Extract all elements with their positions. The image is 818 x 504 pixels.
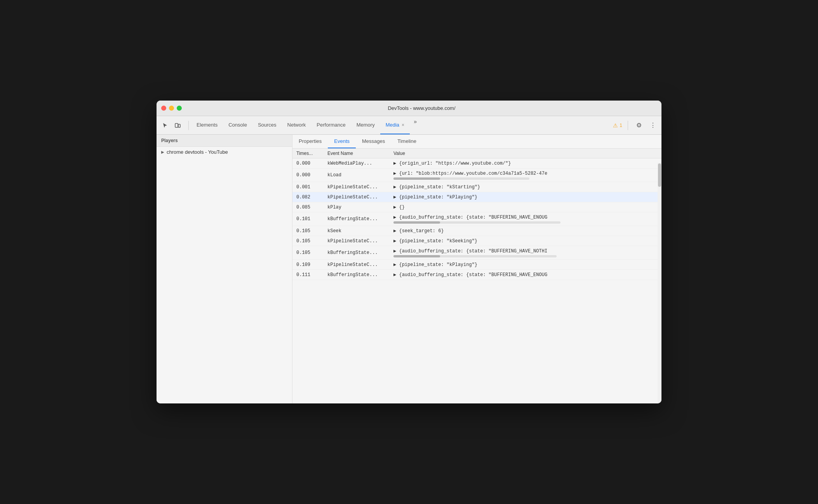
table-row[interactable]: 0.105kPipelineStateC...▶ {pipeline_state… [292, 236, 661, 246]
gear-icon: ⚙ [636, 122, 642, 129]
col-header-timestamp[interactable]: Times... [292, 149, 324, 158]
sub-tab-properties[interactable]: Properties [292, 135, 328, 148]
devtools-window: DevTools - www.youtube.com/ Elements [157, 101, 661, 403]
tab-performance[interactable]: Performance [311, 116, 351, 134]
sub-tab-messages[interactable]: Messages [356, 135, 391, 148]
cell-value: ▶ {pipeline_state: "kStarting"} [390, 182, 661, 192]
cell-value: ▶ {pipeline_state: "kPlaying"} [390, 192, 661, 202]
sub-tab-timeline[interactable]: Timeline [391, 135, 423, 148]
cell-value: ▶ {pipeline_state: "kSeeking"} [390, 236, 661, 246]
expand-arrow-icon: ▶ [161, 150, 164, 154]
cell-event-name: kPipelineStateC... [324, 182, 390, 192]
table-row[interactable]: 0.105kSeek▶ {seek_target: 6} [292, 226, 661, 236]
more-button[interactable]: ⋮ [647, 120, 658, 131]
table-row[interactable]: 0.082kPipelineStateC...▶ {pipeline_state… [292, 192, 661, 202]
cell-timestamp: 0.001 [292, 182, 324, 192]
sidebar-header: Players [157, 135, 292, 147]
cell-event-name: kPipelineStateC... [324, 260, 390, 270]
cell-timestamp: 0.082 [292, 192, 324, 202]
cell-value: ▶ {audio_buffering_state: {state: "BUFFE… [390, 212, 661, 226]
device-toggle-button[interactable] [172, 120, 183, 131]
tab-elements[interactable]: Elements [191, 116, 223, 134]
tab-sources[interactable]: Sources [252, 116, 282, 134]
cell-event-name: kWebMediaPlay... [324, 158, 390, 169]
more-icon: ⋮ [650, 122, 656, 129]
cell-timestamp: 0.109 [292, 260, 324, 270]
main-panel: Properties Events Messages Timeline Ti [292, 135, 661, 403]
vertical-scrollbar[interactable] [658, 163, 661, 403]
warning-icon: ⚠ [613, 122, 618, 129]
cell-value: ▶ {url: "blob:https://www.youtube.com/c3… [390, 169, 661, 182]
cell-timestamp: 0.000 [292, 169, 324, 182]
cell-value: ▶ {pipeline_state: "kPlaying"} [390, 260, 661, 270]
tab-overflow-button[interactable]: » [410, 116, 421, 127]
traffic-lights [161, 106, 182, 111]
toolbar-right: ⚠ 1 ⚙ ⋮ [613, 120, 658, 131]
table-row[interactable]: 0.000kLoad▶ {url: "blob:https://www.yout… [292, 169, 661, 182]
cell-timestamp: 0.085 [292, 202, 324, 212]
cell-event-name: kBufferingState... [324, 212, 390, 226]
table-header-row: Times... Event Name Value [292, 149, 661, 158]
sub-tab-events[interactable]: Events [328, 135, 356, 148]
table-row[interactable]: 0.101kBufferingState...▶ {audio_bufferin… [292, 212, 661, 226]
cell-event-name: kLoad [324, 169, 390, 182]
right-divider [628, 121, 628, 130]
table-row[interactable]: 0.109kPipelineStateC...▶ {pipeline_state… [292, 260, 661, 270]
minimize-button[interactable] [169, 106, 174, 111]
devtools-body: Players ▶ chrome devtools - YouTube Prop… [157, 135, 661, 403]
cell-value: ▶ {seek_target: 6} [390, 226, 661, 236]
events-table-container[interactable]: Times... Event Name Value 0.000kWebMedia… [292, 149, 661, 403]
cell-value: ▶ {} [390, 202, 661, 212]
close-button[interactable] [161, 106, 166, 111]
scrollbar-thumb[interactable] [658, 163, 661, 187]
players-sidebar: Players ▶ chrome devtools - YouTube [157, 135, 292, 403]
main-tab-list: Elements Console Sources Network Perform… [191, 116, 613, 134]
tab-media[interactable]: Media × [380, 116, 410, 134]
cell-timestamp: 0.111 [292, 270, 324, 280]
cell-event-name: kPlay [324, 202, 390, 212]
cell-timestamp: 0.105 [292, 236, 324, 246]
table-row[interactable]: 0.085kPlay▶ {} [292, 202, 661, 212]
svg-rect-1 [178, 124, 180, 127]
sidebar-item-youtube[interactable]: ▶ chrome devtools - YouTube [157, 147, 292, 157]
cursor-tool-button[interactable] [160, 120, 171, 131]
table-row[interactable]: 0.001kPipelineStateC...▶ {pipeline_state… [292, 182, 661, 192]
cell-value: ▶ {audio_buffering_state: {state: "BUFFE… [390, 270, 661, 280]
col-header-value[interactable]: Value [390, 149, 661, 158]
tab-console[interactable]: Console [223, 116, 252, 134]
cell-value: ▶ {origin_url: "https://www.youtube.com/… [390, 158, 661, 169]
table-row[interactable]: 0.111kBufferingState...▶ {audio_bufferin… [292, 270, 661, 280]
settings-button[interactable]: ⚙ [634, 120, 644, 131]
cell-event-name: kBufferingState... [324, 246, 390, 260]
cell-event-name: kSeek [324, 226, 390, 236]
sub-tab-bar: Properties Events Messages Timeline [292, 135, 661, 149]
tab-memory[interactable]: Memory [351, 116, 380, 134]
cell-timestamp: 0.105 [292, 226, 324, 236]
svg-rect-0 [175, 123, 178, 127]
table-row[interactable]: 0.000kWebMediaPlay...▶ {origin_url: "htt… [292, 158, 661, 169]
toolbar-divider [188, 121, 189, 130]
devtools-toolbar: Elements Console Sources Network Perform… [157, 116, 661, 135]
maximize-button[interactable] [177, 106, 182, 111]
tab-close-icon[interactable]: × [402, 122, 404, 128]
table-row[interactable]: 0.105kBufferingState...▶ {audio_bufferin… [292, 246, 661, 260]
col-header-event[interactable]: Event Name [324, 149, 390, 158]
cell-event-name: kBufferingState... [324, 270, 390, 280]
warning-badge[interactable]: ⚠ 1 [613, 122, 622, 129]
cell-timestamp: 0.000 [292, 158, 324, 169]
cell-timestamp: 0.105 [292, 246, 324, 260]
events-table: Times... Event Name Value 0.000kWebMedia… [292, 149, 661, 280]
toolbar-icon-group [160, 120, 183, 131]
tab-network[interactable]: Network [282, 116, 312, 134]
title-bar: DevTools - www.youtube.com/ [157, 101, 661, 116]
cell-event-name: kPipelineStateC... [324, 236, 390, 246]
cell-timestamp: 0.101 [292, 212, 324, 226]
cell-event-name: kPipelineStateC... [324, 192, 390, 202]
cell-value: ▶ {audio_buffering_state: {state: "BUFFE… [390, 246, 661, 260]
window-title: DevTools - www.youtube.com/ [186, 105, 657, 111]
